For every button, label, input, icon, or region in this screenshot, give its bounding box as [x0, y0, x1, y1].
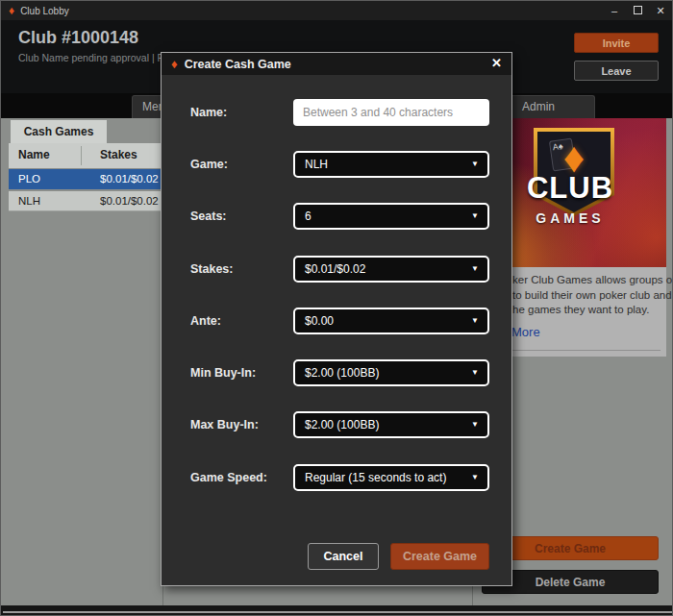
more-link[interactable]: More [511, 325, 540, 339]
chevron-down-icon: ▼ [471, 361, 479, 384]
chevron-down-icon: ▼ [471, 258, 479, 281]
ante-select-value: $0.00 [305, 314, 334, 328]
game-stakes-cell: $0.01/$0.02 [100, 173, 159, 185]
club-lobby-window: ♦ Club Lobby – ✕ Club #1000148 Club Name… [0, 0, 673, 616]
seats-select[interactable]: 6▼ [293, 203, 489, 230]
form-row-seats: Seats: 6▼ [162, 203, 511, 230]
game-speed-label: Game Speed: [190, 471, 267, 484]
dialog-close-icon[interactable]: ✕ [491, 56, 502, 70]
invite-button[interactable]: Invite [574, 33, 659, 53]
table-row-plo[interactable]: PLO $0.01/$0.02 [9, 169, 162, 189]
game-select-value: NLH [305, 158, 328, 171]
dialog-title-bar: ♦ Create Cash Game ✕ [162, 53, 511, 75]
form-row-game: Game: NLH▼ [162, 151, 511, 178]
min-buyin-label: Min Buy-In: [190, 366, 256, 380]
promo-description: ker Club Games allows groups of to build… [512, 273, 673, 318]
dialog-diamond-icon: ♦ [171, 58, 178, 70]
max-buyin-select[interactable]: $2.00 (100BB)▼ [293, 411, 489, 438]
club-title: Club #1000148 [18, 28, 138, 48]
app-diamond-icon: ♦ [9, 5, 14, 16]
window-bottom-edge [3, 611, 672, 613]
form-row-min-buyin: Min Buy-In: $2.00 (100BB)▼ [162, 359, 511, 386]
column-divider [81, 146, 82, 165]
seats-select-value: 6 [305, 209, 312, 223]
form-row-game-speed: Game Speed: Regular (15 seconds to act)▼ [162, 464, 511, 491]
max-buyin-label: Max Buy-In: [190, 418, 259, 431]
promo-description-line: he games they want to play. [512, 303, 673, 318]
form-row-ante: Ante: $0.00▼ [162, 308, 511, 334]
seats-label: Seats: [190, 209, 227, 223]
max-buyin-select-value: $2.00 (100BB) [305, 418, 379, 431]
promo-description-line: to build their own poker club and [512, 288, 673, 304]
chevron-down-icon: ▼ [471, 309, 479, 333]
game-label: Game: [190, 158, 228, 171]
dialog-create-game-button[interactable]: Create Game [390, 543, 489, 570]
min-buyin-select[interactable]: $2.00 (100BB)▼ [293, 359, 489, 386]
create-cash-game-dialog: ♦ Create Cash Game ✕ Name: Game: NLH▼ Se… [161, 52, 512, 586]
close-window-icon[interactable]: ✕ [653, 6, 668, 16]
game-stakes-cell: $0.01/$0.02 [100, 195, 159, 207]
form-row-name: Name: [162, 99, 511, 126]
leave-button[interactable]: Leave [574, 61, 659, 81]
form-row-stakes: Stakes: $0.01/$0.02▼ [162, 256, 511, 283]
stakes-label: Stakes: [190, 262, 233, 276]
chevron-down-icon: ▼ [471, 205, 479, 228]
game-select[interactable]: NLH▼ [293, 151, 489, 178]
maximize-glyph [634, 6, 642, 14]
maximize-icon[interactable] [630, 6, 645, 16]
window-controls: – ✕ [607, 1, 668, 20]
game-speed-select[interactable]: Regular (15 seconds to act)▼ [293, 464, 489, 491]
chevron-down-icon: ▼ [471, 413, 479, 436]
minimize-icon[interactable]: – [607, 6, 622, 16]
title-bar: ♦ Club Lobby – ✕ [1, 1, 672, 20]
club-subtitle: Club Name pending approval | Fou [18, 52, 175, 63]
form-row-max-buyin: Max Buy-In: $2.00 (100BB)▼ [162, 411, 511, 438]
ante-label: Ante: [190, 314, 221, 328]
game-name-cell: PLO [18, 173, 40, 185]
name-input[interactable] [293, 99, 489, 126]
game-name-cell: NLH [18, 195, 40, 207]
ante-select[interactable]: $0.00▼ [293, 308, 489, 334]
tab-cash-games[interactable]: Cash Games [11, 120, 107, 143]
min-buyin-select-value: $2.00 (100BB) [305, 366, 379, 380]
chevron-down-icon: ▼ [471, 153, 479, 176]
stakes-select-value: $0.01/$0.02 [305, 262, 365, 276]
cancel-button[interactable]: Cancel [308, 543, 379, 570]
stakes-select[interactable]: $0.01/$0.02▼ [293, 256, 489, 283]
column-header-name[interactable]: Name [18, 148, 50, 161]
window-title: Club Lobby [20, 6, 69, 16]
dialog-title: Create Cash Game [185, 58, 291, 71]
chevron-down-icon: ▼ [471, 466, 479, 489]
name-label: Name: [190, 106, 227, 119]
window-bottom-frame [1, 605, 672, 616]
column-header-stakes[interactable]: Stakes [100, 148, 137, 161]
games-table-header: Name Stakes [9, 143, 162, 168]
game-speed-select-value: Regular (15 seconds to act) [305, 471, 446, 484]
table-row-nlh[interactable]: NLH $0.01/$0.02 [9, 191, 162, 211]
promo-description-line: ker Club Games allows groups of [512, 273, 673, 288]
